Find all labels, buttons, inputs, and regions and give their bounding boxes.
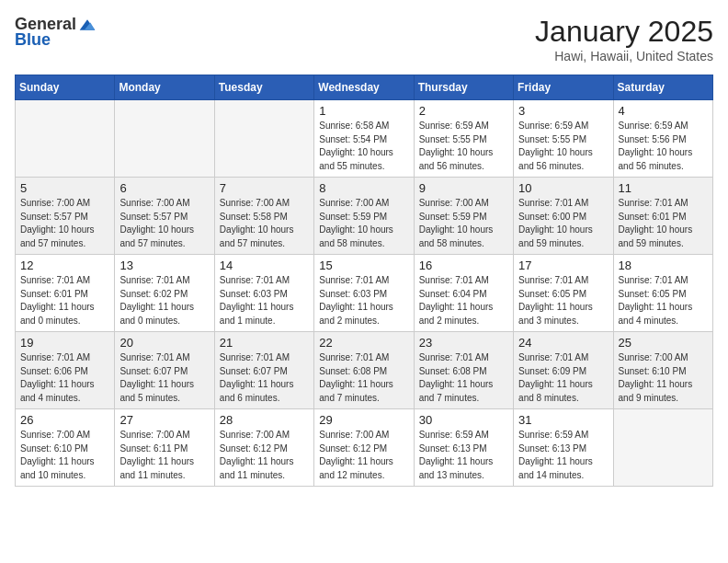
day-number: 5: [20, 181, 109, 195]
day-info: Sunrise: 7:01 AM Sunset: 6:07 PM Dayligh…: [119, 351, 209, 405]
day-number: 16: [419, 259, 508, 272]
day-number: 10: [518, 181, 608, 195]
calendar-day-cell: 8Sunrise: 7:00 AM Sunset: 5:59 PM Daylig…: [314, 178, 414, 255]
calendar-day-cell: [613, 409, 712, 487]
day-info: Sunrise: 7:00 AM Sunset: 6:12 PM Dayligh…: [220, 429, 309, 482]
calendar-header-row: SundayMondayTuesdayWednesdayThursdayFrid…: [16, 75, 713, 100]
calendar-day-cell: [214, 100, 313, 178]
calendar-day-cell: 11Sunrise: 7:01 AM Sunset: 6:01 PM Dayli…: [613, 178, 712, 255]
day-number: 30: [419, 413, 508, 427]
calendar-day-cell: 2Sunrise: 6:59 AM Sunset: 5:55 PM Daylig…: [414, 100, 513, 178]
day-number: 4: [619, 104, 708, 118]
day-info: Sunrise: 7:01 AM Sunset: 6:03 PM Dayligh…: [319, 274, 408, 327]
calendar-day-cell: 23Sunrise: 7:01 AM Sunset: 6:08 PM Dayli…: [414, 332, 513, 409]
day-number: 13: [119, 259, 209, 272]
calendar-day-cell: 21Sunrise: 7:01 AM Sunset: 6:07 PM Dayli…: [214, 332, 313, 409]
day-number: 15: [319, 259, 408, 272]
day-number: 17: [518, 259, 608, 272]
calendar-day-cell: 24Sunrise: 7:01 AM Sunset: 6:09 PM Dayli…: [514, 332, 613, 409]
day-info: Sunrise: 6:58 AM Sunset: 5:54 PM Dayligh…: [319, 120, 408, 173]
calendar-week-row: 12Sunrise: 7:01 AM Sunset: 6:01 PM Dayli…: [16, 255, 713, 332]
calendar-day-cell: [115, 100, 214, 178]
day-number: 25: [619, 336, 708, 350]
calendar-day-cell: 20Sunrise: 7:01 AM Sunset: 6:07 PM Dayli…: [115, 332, 214, 409]
calendar-header-saturday: Saturday: [613, 75, 712, 100]
day-number: 2: [419, 104, 508, 118]
calendar-day-cell: 25Sunrise: 7:00 AM Sunset: 6:10 PM Dayli…: [613, 332, 712, 409]
day-info: Sunrise: 7:01 AM Sunset: 6:02 PM Dayligh…: [119, 274, 209, 327]
day-info: Sunrise: 7:00 AM Sunset: 5:57 PM Dayligh…: [20, 197, 109, 250]
day-number: 6: [119, 181, 209, 195]
day-number: 26: [20, 413, 109, 427]
day-info: Sunrise: 7:01 AM Sunset: 6:00 PM Dayligh…: [518, 197, 608, 250]
calendar-day-cell: 6Sunrise: 7:00 AM Sunset: 5:57 PM Daylig…: [115, 178, 214, 255]
day-info: Sunrise: 7:00 AM Sunset: 6:10 PM Dayligh…: [20, 429, 109, 482]
logo-icon: [78, 16, 97, 34]
day-info: Sunrise: 6:59 AM Sunset: 5:55 PM Dayligh…: [518, 120, 608, 173]
day-info: Sunrise: 7:00 AM Sunset: 6:10 PM Dayligh…: [619, 351, 708, 405]
day-info: Sunrise: 7:00 AM Sunset: 5:59 PM Dayligh…: [419, 197, 508, 250]
calendar-header-tuesday: Tuesday: [214, 75, 313, 100]
calendar-day-cell: 1Sunrise: 6:58 AM Sunset: 5:54 PM Daylig…: [314, 100, 414, 178]
calendar-day-cell: 18Sunrise: 7:01 AM Sunset: 6:05 PM Dayli…: [613, 255, 712, 332]
calendar-day-cell: 12Sunrise: 7:01 AM Sunset: 6:01 PM Dayli…: [16, 255, 115, 332]
calendar-week-row: 1Sunrise: 6:58 AM Sunset: 5:54 PM Daylig…: [16, 100, 713, 178]
day-info: Sunrise: 7:01 AM Sunset: 6:09 PM Dayligh…: [518, 351, 608, 405]
title-block: January 2025 Hawi, Hawaii, United States: [535, 15, 713, 63]
calendar-header-wednesday: Wednesday: [314, 75, 414, 100]
calendar-day-cell: 27Sunrise: 7:00 AM Sunset: 6:11 PM Dayli…: [115, 409, 214, 487]
calendar-day-cell: 30Sunrise: 6:59 AM Sunset: 6:13 PM Dayli…: [414, 409, 513, 487]
calendar-day-cell: 3Sunrise: 6:59 AM Sunset: 5:55 PM Daylig…: [514, 100, 613, 178]
calendar-day-cell: [16, 100, 115, 178]
calendar-subtitle: Hawi, Hawaii, United States: [535, 49, 713, 63]
day-number: 31: [518, 413, 608, 427]
calendar-week-row: 5Sunrise: 7:00 AM Sunset: 5:57 PM Daylig…: [16, 178, 713, 255]
day-number: 14: [220, 259, 309, 272]
calendar-title: January 2025: [535, 15, 713, 49]
day-info: Sunrise: 7:00 AM Sunset: 5:59 PM Dayligh…: [319, 197, 408, 250]
calendar-table: SundayMondayTuesdayWednesdayThursdayFrid…: [15, 75, 713, 487]
day-info: Sunrise: 7:01 AM Sunset: 6:05 PM Dayligh…: [518, 274, 608, 327]
day-number: 8: [319, 181, 408, 195]
calendar-day-cell: 15Sunrise: 7:01 AM Sunset: 6:03 PM Dayli…: [314, 255, 414, 332]
calendar-header-sunday: Sunday: [16, 75, 115, 100]
day-info: Sunrise: 7:01 AM Sunset: 6:01 PM Dayligh…: [619, 197, 708, 250]
day-number: 28: [220, 413, 309, 427]
day-info: Sunrise: 7:01 AM Sunset: 6:08 PM Dayligh…: [419, 351, 508, 405]
calendar-day-cell: 16Sunrise: 7:01 AM Sunset: 6:04 PM Dayli…: [414, 255, 513, 332]
day-number: 22: [319, 336, 408, 350]
calendar-week-row: 19Sunrise: 7:01 AM Sunset: 6:06 PM Dayli…: [16, 332, 713, 409]
day-number: 9: [419, 181, 508, 195]
calendar-header-monday: Monday: [115, 75, 214, 100]
day-number: 7: [220, 181, 309, 195]
calendar-day-cell: 14Sunrise: 7:01 AM Sunset: 6:03 PM Dayli…: [214, 255, 313, 332]
day-number: 21: [220, 336, 309, 350]
day-number: 3: [518, 104, 608, 118]
day-info: Sunrise: 7:01 AM Sunset: 6:01 PM Dayligh…: [20, 274, 109, 327]
day-info: Sunrise: 7:00 AM Sunset: 6:11 PM Dayligh…: [119, 429, 209, 482]
day-number: 24: [518, 336, 608, 350]
day-number: 23: [419, 336, 508, 350]
calendar-day-cell: 26Sunrise: 7:00 AM Sunset: 6:10 PM Dayli…: [16, 409, 115, 487]
logo: General Blue: [15, 15, 97, 50]
day-info: Sunrise: 7:00 AM Sunset: 6:12 PM Dayligh…: [319, 429, 408, 482]
calendar-day-cell: 19Sunrise: 7:01 AM Sunset: 6:06 PM Dayli…: [16, 332, 115, 409]
day-number: 12: [20, 259, 109, 272]
day-info: Sunrise: 7:01 AM Sunset: 6:08 PM Dayligh…: [319, 351, 408, 405]
day-number: 27: [119, 413, 209, 427]
calendar-day-cell: 17Sunrise: 7:01 AM Sunset: 6:05 PM Dayli…: [514, 255, 613, 332]
day-info: Sunrise: 7:00 AM Sunset: 5:57 PM Dayligh…: [119, 197, 209, 250]
day-info: Sunrise: 7:01 AM Sunset: 6:06 PM Dayligh…: [20, 351, 109, 405]
calendar-day-cell: 22Sunrise: 7:01 AM Sunset: 6:08 PM Dayli…: [314, 332, 414, 409]
calendar-day-cell: 10Sunrise: 7:01 AM Sunset: 6:00 PM Dayli…: [514, 178, 613, 255]
calendar-day-cell: 9Sunrise: 7:00 AM Sunset: 5:59 PM Daylig…: [414, 178, 513, 255]
calendar-header-friday: Friday: [514, 75, 613, 100]
day-number: 11: [619, 181, 708, 195]
calendar-day-cell: 13Sunrise: 7:01 AM Sunset: 6:02 PM Dayli…: [115, 255, 214, 332]
logo-blue-text: Blue: [15, 30, 51, 50]
day-info: Sunrise: 6:59 AM Sunset: 6:13 PM Dayligh…: [419, 429, 508, 482]
page-header: General Blue January 2025 Hawi, Hawaii, …: [15, 15, 713, 63]
calendar-day-cell: 31Sunrise: 6:59 AM Sunset: 6:13 PM Dayli…: [514, 409, 613, 487]
day-number: 1: [319, 104, 408, 118]
calendar-day-cell: 4Sunrise: 6:59 AM Sunset: 5:56 PM Daylig…: [613, 100, 712, 178]
